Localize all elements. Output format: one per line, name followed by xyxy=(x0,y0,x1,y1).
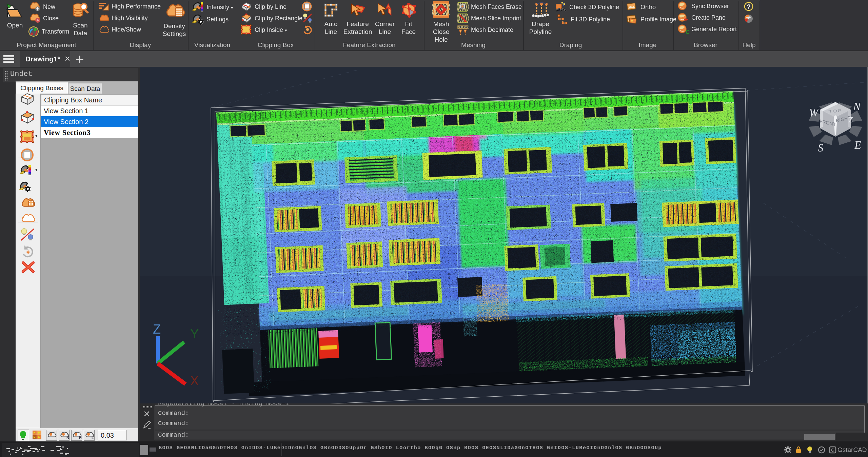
svg-text:?: ? xyxy=(747,3,751,11)
svg-text:W: W xyxy=(809,106,819,119)
svg-text:N: N xyxy=(66,436,69,440)
svg-text:L: L xyxy=(92,436,94,440)
svg-text:H: H xyxy=(79,436,82,440)
svg-text:Z: Z xyxy=(153,322,161,336)
svg-text:E: E xyxy=(854,139,861,151)
svg-text:C: C xyxy=(686,29,689,35)
svg-text:G: G xyxy=(831,448,834,453)
svg-text:S: S xyxy=(818,142,824,154)
svg-text:N: N xyxy=(853,100,861,113)
svg-text:Z: Z xyxy=(848,116,853,124)
svg-text:Y: Y xyxy=(190,327,199,341)
svg-text:X: X xyxy=(190,374,199,388)
